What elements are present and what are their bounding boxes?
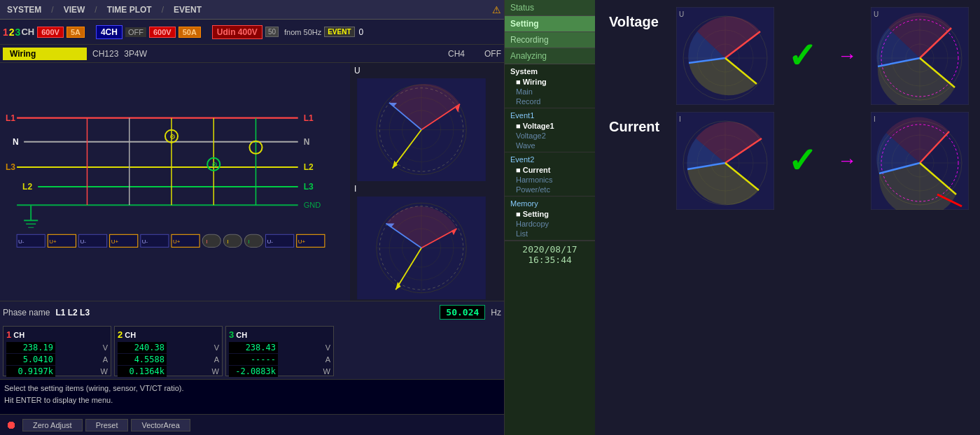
ch4-voltage: 600V xyxy=(149,27,176,38)
voltage-bad-cross: ✗ xyxy=(976,35,980,77)
menu-system[interactable]: SYSTEM xyxy=(3,3,46,16)
svg-text:I: I xyxy=(874,115,876,123)
setting-menu-btn[interactable]: Setting xyxy=(505,16,595,32)
ch2-power: 0.1364k xyxy=(118,366,167,377)
menu-view[interactable]: VIEW xyxy=(59,3,90,16)
svg-rect-35 xyxy=(244,234,262,247)
ch1-badge: 1 xyxy=(6,329,11,340)
l2-label-right: L2 xyxy=(304,162,314,172)
svg-text:U+: U+ xyxy=(111,238,119,245)
hardcopy-menu-item[interactable]: Hardcopy xyxy=(505,219,595,229)
current-bad-cross: ✗ xyxy=(976,140,980,182)
wiring-ch123-type: CH123 xyxy=(92,49,118,59)
svg-rect-31 xyxy=(202,234,220,247)
wiring-diagram: L1 L1 N N L3 L2 L2 L3 GND xyxy=(0,63,350,301)
right-panel: Status Setting Recording Analyzing Syste… xyxy=(504,0,595,435)
udin-display: Udin 400V xyxy=(212,25,262,39)
voltage-comparison-group: Voltage U xyxy=(609,7,980,105)
vector-area-button[interactable]: VectorArea xyxy=(131,419,190,432)
event1-menu-item[interactable]: Event1 xyxy=(505,110,595,121)
voltage-polar-device xyxy=(351,78,491,181)
svg-text:U-: U- xyxy=(142,238,148,245)
record-icon: ⏺ xyxy=(3,419,20,432)
system-menu-item[interactable]: System xyxy=(505,66,595,77)
ch2-power-unit: W xyxy=(212,367,219,376)
ch1-label: CH xyxy=(13,331,24,339)
svg-text:U+: U+ xyxy=(49,238,57,245)
event2-menu-section: Event2 ■ Current Harmonics Power/etc xyxy=(505,152,595,197)
harmonics-menu-item[interactable]: Harmonics xyxy=(505,175,595,185)
power-etc-menu-item[interactable]: Power/etc xyxy=(505,185,595,194)
ch2-number: 2 xyxy=(9,27,15,38)
ch123-current: 5A xyxy=(66,27,85,38)
ch3-label: CH xyxy=(236,331,247,339)
phase-name-label: Phase name xyxy=(3,308,50,318)
event1-menu-section: Event1 ■ Voltage1 Voltage2 Wave xyxy=(505,108,595,152)
ch4-current: 50A xyxy=(178,27,201,38)
voltage2-menu-item[interactable]: Voltage2 xyxy=(505,131,595,141)
channel-header: 1 2 3 CH 600V 5A 4CH OFF 600V 50A Udin 4… xyxy=(0,20,504,45)
i-label: I xyxy=(351,183,503,195)
current-good-chart: I xyxy=(676,112,774,210)
current-arrow: → xyxy=(837,150,857,172)
ch3-voltage-unit: V xyxy=(326,343,330,352)
svg-text:U: U xyxy=(874,10,878,18)
main-menu-item[interactable]: Main xyxy=(505,87,595,97)
date-display: 2020/08/17 16:35:44 xyxy=(505,241,595,268)
memory-menu-item[interactable]: Memory xyxy=(505,198,595,209)
ch2-voltage-unit: V xyxy=(214,343,219,352)
voltage-comparison-title: Voltage xyxy=(609,7,665,30)
menu-event[interactable]: EVENT xyxy=(169,3,206,16)
ch1-power-unit: W xyxy=(101,367,108,376)
svg-text:U+: U+ xyxy=(298,238,306,245)
wave-menu-item[interactable]: Wave xyxy=(505,141,595,150)
voltage-good-chart: U xyxy=(676,7,774,105)
ch4-off: OFF xyxy=(125,27,146,37)
menu-time-plot[interactable]: TIME PLOT xyxy=(103,3,156,16)
wiring-menu-item[interactable]: ■ Wiring xyxy=(505,77,595,87)
n-label-left: N xyxy=(13,137,19,147)
status-bar: Select the setting items (wiring, sensor… xyxy=(0,379,504,414)
current-good-check: ✓ xyxy=(781,140,823,182)
hz-unit: Hz xyxy=(491,308,501,318)
ch1-power: 0.9197k xyxy=(6,366,55,377)
ch3-voltage: 238.43 xyxy=(229,342,278,353)
analyzing-menu-btn[interactable]: Analyzing xyxy=(505,48,595,64)
event2-menu-item[interactable]: Event2 xyxy=(505,154,595,165)
ch1-number: 1 xyxy=(3,27,8,38)
time-value: 16:35:44 xyxy=(507,255,592,265)
voltage1-menu-item[interactable]: ■ Voltage1 xyxy=(505,121,595,131)
current-menu-item[interactable]: ■ Current xyxy=(505,165,595,175)
current-comparison-charts: I ✓ → xyxy=(676,112,980,210)
ch4-label: 4CH xyxy=(96,25,122,39)
zero-adjust-button[interactable]: Zero Adjust xyxy=(22,419,83,432)
ch1-measurement: 1 CH 238.19 V 5.0410 A 0.9197k W xyxy=(3,326,111,376)
ch2-current-unit: A xyxy=(214,355,219,364)
list-menu-item[interactable]: List xyxy=(505,229,595,238)
ch2-badge: 2 xyxy=(118,329,122,340)
ch2-measurement: 2 CH 240.38 V 4.5588 A 0.1364k W xyxy=(114,326,223,376)
svg-text:I: I xyxy=(206,238,207,245)
wiring-svg: L1 L1 N N L3 L2 L2 L3 GND xyxy=(3,66,347,298)
n-label-right: N xyxy=(304,137,310,147)
ch2-voltage: 240.38 xyxy=(118,342,167,353)
ch3-power: -2.0883k xyxy=(229,366,278,377)
recording-menu-btn[interactable]: Recording xyxy=(505,32,595,48)
system-menu-section: System ■ Wiring Main Record xyxy=(505,64,595,108)
l1-label-right: L1 xyxy=(304,113,314,123)
svg-text:U-: U- xyxy=(18,238,24,245)
voltage-good-check: ✓ xyxy=(781,35,823,77)
ch123-voltage: 600V xyxy=(37,27,64,38)
ch1-voltage: 238.19 xyxy=(6,342,55,353)
status-menu-btn[interactable]: Status xyxy=(505,0,595,16)
record-menu-item[interactable]: Record xyxy=(505,97,595,106)
current-comparison-group: Current I ✓ xyxy=(609,112,980,210)
current-polar-device xyxy=(351,197,491,299)
preset-button[interactable]: Preset xyxy=(85,419,129,432)
event-label: EVENT xyxy=(324,27,354,37)
ch2-label: CH xyxy=(125,331,136,339)
svg-rect-33 xyxy=(223,234,241,247)
setting-mem-menu-item[interactable]: ■ Setting xyxy=(505,209,595,219)
ch3-badge: 3 xyxy=(229,329,234,340)
freq-label: fnom 50Hz xyxy=(284,28,321,36)
